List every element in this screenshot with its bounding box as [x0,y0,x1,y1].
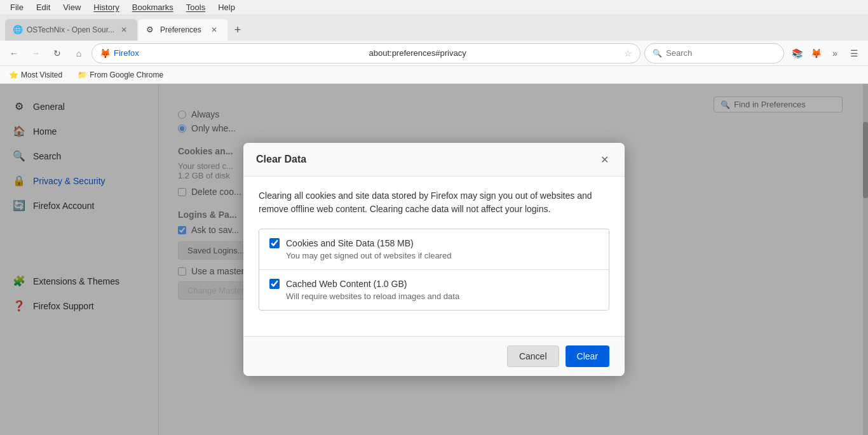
cancel-button[interactable]: Cancel [507,345,559,367]
bookmark-star-icon[interactable]: ☆ [624,48,632,58]
star-icon: ⭐ [9,70,18,79]
cache-option-desc: Will require websites to reload images a… [286,291,599,301]
address-bar[interactable]: 🦊 Firefox ☆ [92,43,641,64]
home-button[interactable]: ⌂ [70,44,88,62]
clear-data-modal: Clear Data ✕ Clearing all cookies and si… [243,143,625,376]
back-button[interactable]: ← [5,44,23,62]
menu-bookmarks[interactable]: Bookmarks [127,1,179,13]
menu-edit[interactable]: Edit [31,1,55,13]
hamburger-menu[interactable]: ☰ [845,44,863,62]
tab-close-preferences[interactable]: ✕ [208,24,220,36]
tab-ostechnix[interactable]: 🌐 OSTechNix - Open Sour... ✕ [5,19,137,41]
menu-bar: File Edit View History Bookmarks Tools H… [0,0,868,15]
bookmark-from-chrome-label: From Google Chrome [90,70,163,79]
modal-description: Clearing all cookies and site data store… [259,189,609,216]
cache-option-title: Cached Web Content (1.0 GB) [286,279,407,289]
cookies-option-desc: You may get signed out of websites if cl… [286,251,599,260]
search-input[interactable] [666,48,776,58]
cache-checkbox[interactable] [269,279,280,289]
tab-bar: 🌐 OSTechNix - Open Sour... ✕ ⚙ Preferenc… [0,15,868,41]
content-area: ⚙ General 🏠 Home 🔍 Search 🔒 Privacy & Se… [0,84,868,435]
overflow-button[interactable]: » [826,44,844,62]
modal-close-button[interactable]: ✕ [597,152,612,167]
modal-option-cache-row: Cached Web Content (1.0 GB) [269,279,599,289]
modal-footer: Cancel Clear [243,336,625,376]
modal-option-cookies: Cookies and Site Data (158 MB) You may g… [259,229,609,270]
tab-title-ostechnix: OSTechNix - Open Sour... [27,25,114,34]
tab-favicon-ostechnix: 🌐 [13,25,23,35]
tab-preferences[interactable]: ⚙ Preferences ✕ [139,19,227,41]
tab-close-ostechnix[interactable]: ✕ [118,24,130,36]
forward-button[interactable]: → [27,44,44,62]
firefox-label: Firefox [114,48,365,58]
cookies-checkbox[interactable] [269,238,280,248]
nav-bar: ← → ↻ ⌂ 🦊 Firefox ☆ 🔍 📚 🦊 » ☰ [0,41,868,66]
menu-view[interactable]: View [58,1,86,13]
modal-header: Clear Data ✕ [243,143,625,177]
menu-tools[interactable]: Tools [181,1,210,13]
modal-option-cookies-row: Cookies and Site Data (158 MB) [269,238,599,248]
clear-button[interactable]: Clear [566,345,609,367]
modal-title: Clear Data [256,154,306,165]
firefox-logo-btn[interactable]: 🦊 [807,44,825,62]
menu-help[interactable]: Help [213,1,240,13]
menu-history[interactable]: History [88,1,124,13]
nav-right-icons: 📚 🦊 » ☰ [788,44,863,62]
search-icon: 🔍 [653,49,662,58]
tab-title-preferences: Preferences [160,25,205,34]
library-icon[interactable]: 📚 [788,44,806,62]
address-input[interactable] [369,48,621,58]
folder-icon: 📁 [78,70,87,79]
browser-frame: File Edit View History Bookmarks Tools H… [0,0,868,435]
modal-options: Cookies and Site Data (158 MB) You may g… [259,229,609,311]
bookmark-from-chrome[interactable]: 📁 From Google Chrome [74,69,167,81]
tab-favicon-preferences: ⚙ [146,25,156,35]
menu-file[interactable]: File [5,1,29,13]
modal-body: Clearing all cookies and site data store… [243,177,625,336]
search-bar[interactable]: 🔍 [644,43,784,64]
bookmarks-bar: ⭐ Most Visited 📁 From Google Chrome [0,66,868,84]
modal-overlay: Clear Data ✕ Clearing all cookies and si… [0,84,868,435]
new-tab-button[interactable]: + [229,21,247,39]
bookmark-most-visited-label: Most Visited [21,70,62,79]
firefox-icon: 🦊 [100,48,110,58]
bookmark-most-visited[interactable]: ⭐ Most Visited [5,69,66,81]
reload-button[interactable]: ↻ [48,44,66,62]
cookies-option-title: Cookies and Site Data (158 MB) [286,238,414,248]
modal-option-cache: Cached Web Content (1.0 GB) Will require… [259,270,609,310]
